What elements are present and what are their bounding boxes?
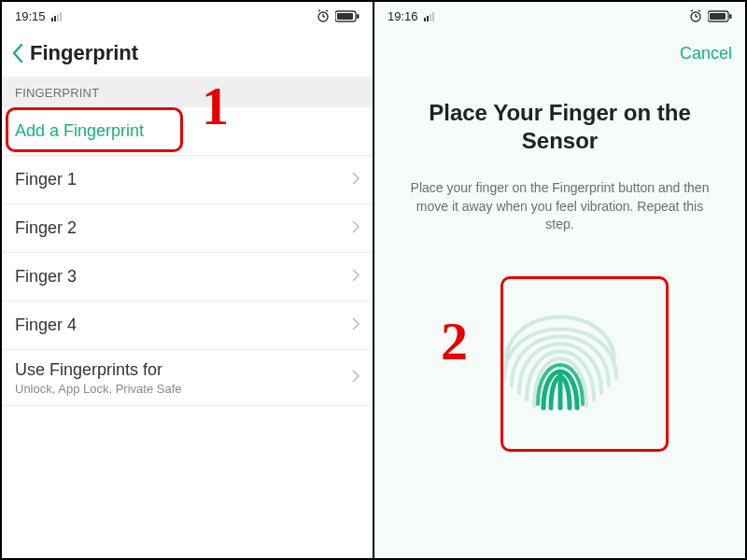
page-title: Fingerprint bbox=[30, 41, 138, 65]
enroll-header: Cancel bbox=[374, 30, 745, 77]
status-bar: 19:16 bbox=[374, 2, 745, 30]
svg-rect-23 bbox=[729, 14, 732, 19]
svg-line-20 bbox=[698, 10, 700, 12]
status-time: 19:16 bbox=[388, 9, 418, 23]
list-item-label: Finger 2 bbox=[15, 218, 77, 238]
finger-row-1[interactable]: Finger 1 bbox=[2, 156, 373, 204]
battery-icon bbox=[708, 10, 732, 22]
alarm-icon bbox=[317, 9, 330, 22]
svg-rect-11 bbox=[357, 14, 359, 19]
screen-fingerprint-settings: 19:15 Fingerprint FINGERPRINT bbox=[2, 2, 373, 558]
svg-line-8 bbox=[326, 10, 328, 12]
chevron-right-icon bbox=[352, 317, 359, 334]
chevron-right-icon bbox=[352, 220, 359, 237]
enroll-description: Place your finger on the Fingerprint but… bbox=[401, 179, 719, 234]
svg-rect-0 bbox=[51, 18, 53, 21]
svg-rect-13 bbox=[427, 16, 429, 21]
finger-row-3[interactable]: Finger 3 bbox=[2, 253, 373, 301]
svg-line-7 bbox=[318, 10, 320, 12]
svg-rect-14 bbox=[430, 14, 431, 21]
use-fingerprints-for-row[interactable]: Use Fingerprints for Unlock, App Lock, P… bbox=[2, 350, 373, 406]
fingerprint-icon bbox=[486, 266, 635, 425]
status-bar: 19:15 bbox=[2, 2, 373, 30]
back-icon[interactable] bbox=[11, 43, 24, 63]
svg-rect-10 bbox=[337, 13, 353, 20]
page-header: Fingerprint bbox=[2, 30, 373, 77]
svg-rect-22 bbox=[710, 13, 726, 20]
screen-enroll-fingerprint: 19:16 Cancel Place Your Finger on the Se… bbox=[374, 2, 745, 558]
cancel-button[interactable]: Cancel bbox=[680, 44, 732, 63]
svg-rect-1 bbox=[54, 16, 56, 21]
chevron-right-icon bbox=[352, 370, 359, 386]
enroll-content: Place Your Finger on the Sensor Place yo… bbox=[374, 77, 745, 558]
add-fingerprint-label: Add a Fingerprint bbox=[15, 121, 144, 141]
battery-icon bbox=[335, 10, 359, 22]
svg-rect-12 bbox=[424, 18, 426, 21]
section-label-fingerprint: FINGERPRINT bbox=[2, 77, 373, 107]
svg-rect-2 bbox=[57, 14, 59, 21]
list-item-label: Use Fingerprints for bbox=[15, 360, 162, 380]
list-item-label: Finger 4 bbox=[15, 315, 77, 335]
list-item-label: Finger 3 bbox=[15, 267, 77, 287]
chevron-right-icon bbox=[352, 269, 359, 286]
chevron-right-icon bbox=[352, 172, 359, 189]
finger-row-2[interactable]: Finger 2 bbox=[2, 204, 373, 253]
status-time: 19:15 bbox=[15, 9, 46, 23]
enroll-title: Place Your Finger on the Sensor bbox=[401, 99, 719, 155]
svg-line-19 bbox=[691, 10, 693, 12]
finger-row-4[interactable]: Finger 4 bbox=[2, 301, 373, 350]
alarm-icon bbox=[689, 9, 702, 22]
signal-icon bbox=[424, 11, 439, 21]
list-item-label: Finger 1 bbox=[15, 170, 77, 189]
svg-rect-15 bbox=[432, 12, 434, 21]
svg-rect-3 bbox=[60, 12, 62, 21]
list-item-sub: Unlock, App Lock, Private Safe bbox=[15, 382, 181, 396]
add-fingerprint-row[interactable]: Add a Fingerprint bbox=[2, 107, 373, 156]
signal-icon bbox=[51, 11, 66, 21]
